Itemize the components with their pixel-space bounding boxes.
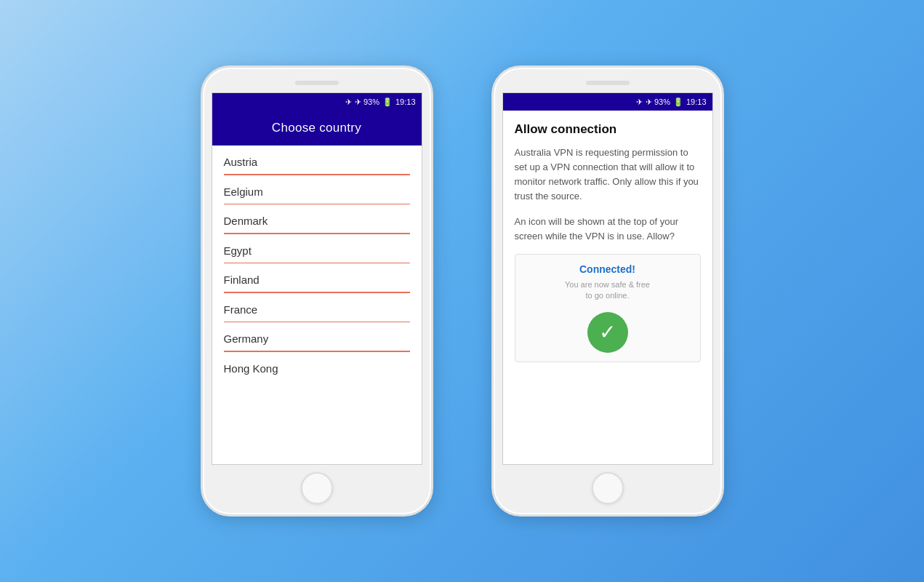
phone-2-bottom xyxy=(494,465,722,514)
country-item-denmark[interactable]: Denmark xyxy=(224,204,410,234)
phone-2-speaker xyxy=(586,81,630,85)
country-item-germany[interactable]: Germany xyxy=(224,322,410,352)
country-name-eelgium: Eelgium xyxy=(224,175,410,204)
airplane-icon-2: ✈ xyxy=(636,97,643,107)
country-name-france: France xyxy=(224,293,410,322)
battery-icon-2: 🔋 xyxy=(673,97,683,107)
phone-1-speaker xyxy=(295,81,339,85)
phone-2-top-bar xyxy=(494,76,722,89)
country-name-denmark: Denmark xyxy=(224,204,410,233)
country-name-austria: Austria xyxy=(224,146,410,174)
dialog-body-2: An icon will be shown at the top of your… xyxy=(515,215,701,244)
phone-1-status-bar: ✈ ✈ 93% 🔋 19:13 xyxy=(212,93,422,111)
dialog-body-1: Australia VPN is requesting permission t… xyxy=(515,146,701,204)
home-button-1[interactable] xyxy=(301,472,333,504)
country-item-austria[interactable]: Austria xyxy=(224,146,410,175)
connected-card: Connected! You are now safe & freeto go … xyxy=(515,254,701,362)
signal-percent-2: ✈ 93% xyxy=(646,97,670,107)
country-item-hongkong[interactable]: Hong Kong xyxy=(224,352,410,380)
connected-sub: You are now safe & freeto go online. xyxy=(565,279,650,302)
country-name-germany: Germany xyxy=(224,322,410,351)
dialog-container: Allow connection Australia VPN is reques… xyxy=(503,111,712,464)
phone-2-status-bar: ✈ ✈ 93% 🔋 19:13 xyxy=(503,93,712,111)
phone-1-bottom xyxy=(203,465,431,514)
checkmark-icon: ✓ xyxy=(599,322,616,343)
phone-2: ✈ ✈ 93% 🔋 19:13 Allow connection Austral… xyxy=(491,65,724,517)
country-name-hongkong: Hong Kong xyxy=(224,352,410,380)
country-list: Austria Eelgium Denmark Egypt Finland xyxy=(212,146,422,464)
country-item-france[interactable]: France xyxy=(224,293,410,323)
battery-icon: 🔋 xyxy=(382,97,393,107)
home-button-2[interactable] xyxy=(592,472,624,504)
phone-1-screen: ✈ ✈ 93% 🔋 19:13 Choose country Austria E… xyxy=(212,92,422,465)
country-item-eelgium[interactable]: Eelgium xyxy=(224,175,410,205)
choose-country-header: Choose country xyxy=(212,111,422,146)
country-name-finland: Finland xyxy=(224,263,410,292)
choose-country-label: Choose country xyxy=(272,121,361,135)
phone-1-app: Choose country Austria Eelgium Denmark xyxy=(212,111,422,464)
connected-label: Connected! xyxy=(579,263,635,275)
phone-1: ✈ ✈ 93% 🔋 19:13 Choose country Austria E… xyxy=(201,65,433,517)
time-display: 19:13 xyxy=(395,97,416,106)
check-circle: ✓ xyxy=(587,312,628,353)
signal-percent: ✈ 93% xyxy=(355,97,379,107)
country-name-egypt: Egypt xyxy=(224,234,410,263)
phone-1-top-bar xyxy=(203,76,431,89)
airplane-icon: ✈ xyxy=(345,97,352,107)
country-item-finland[interactable]: Finland xyxy=(224,263,410,293)
phone-2-screen: ✈ ✈ 93% 🔋 19:13 Allow connection Austral… xyxy=(502,92,713,465)
country-item-egypt[interactable]: Egypt xyxy=(224,234,410,264)
time-display-2: 19:13 xyxy=(686,97,707,106)
dialog-title: Allow connection xyxy=(515,122,701,137)
